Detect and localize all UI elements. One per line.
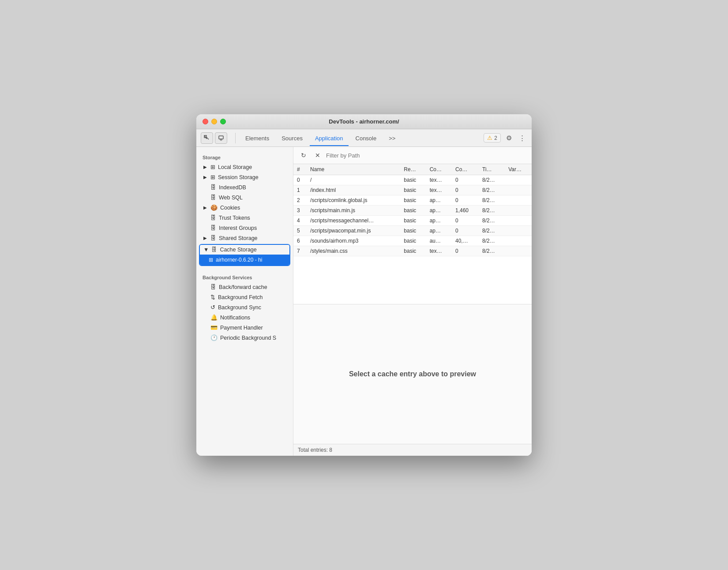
cookie-icon: 🍪: [210, 204, 218, 211]
cell-co1: ap…: [426, 206, 452, 216]
table-body: 0 / basic tex… 0 8/2… 1 /index.html basi…: [293, 175, 532, 256]
cell-var: [505, 175, 532, 185]
table-row[interactable]: 2 /scripts/comlink.global.js basic ap… 0…: [293, 195, 532, 206]
total-entries: Total entries: 8: [298, 447, 332, 453]
col-re: Re…: [400, 164, 426, 175]
table-row[interactable]: 7 /styles/main.css basic tex… 0 8/2…: [293, 246, 532, 256]
warning-badge[interactable]: ⚠ 2: [484, 133, 501, 142]
arrow-icon: ▶: [203, 165, 208, 169]
warning-icon: ⚠: [487, 135, 492, 141]
cell-name: /index.html: [307, 185, 400, 195]
cell-num: 1: [293, 185, 307, 195]
svg-rect-1: [219, 136, 223, 139]
devtools-window: DevTools - airhorner.com/ Elements Sourc: [196, 114, 532, 456]
sidebar-item-trust-tokens[interactable]: ▶ 🗄 Trust Tokens: [196, 213, 293, 223]
sidebar-item-payment-handler[interactable]: ▶ 💳 Payment Handler: [196, 322, 293, 333]
cell-co1: tex…: [426, 175, 452, 185]
card-icon: 💳: [210, 324, 218, 331]
sidebar-item-session-storage[interactable]: ▶ ⊞ Session Storage: [196, 172, 293, 182]
tab-application[interactable]: Application: [310, 131, 349, 146]
cell-ti: 8/2…: [479, 246, 505, 256]
status-bar: Total entries: 8: [293, 444, 532, 456]
refresh-button[interactable]: ↻: [298, 150, 309, 161]
filter-input[interactable]: [326, 152, 527, 159]
grid-icon: ⊞: [209, 257, 213, 263]
cell-name: /sounds/airhorn.mp3: [307, 236, 400, 246]
sidebar-item-interest-groups[interactable]: ▶ 🗄 Interest Groups: [196, 223, 293, 233]
inspect-icon[interactable]: [201, 132, 213, 144]
more-options-icon[interactable]: ⋮: [517, 132, 527, 144]
toolbar-right: ⚠ 2 ⚙ ⋮: [484, 132, 527, 144]
cell-ti: 8/2…: [479, 226, 505, 236]
cell-num: 6: [293, 236, 307, 246]
cache-storage-child[interactable]: ⊞ airhorner-0.6.20 - hi: [200, 255, 289, 265]
sidebar-item-back-forward-cache[interactable]: ▶ 🗄 Back/forward cache: [196, 282, 293, 292]
sidebar: Storage ▶ ⊞ Local Storage ▶ ⊞ Session St…: [196, 147, 293, 456]
sidebar-item-periodic-background[interactable]: ▶ 🕐 Periodic Background S: [196, 333, 293, 343]
table-row[interactable]: 5 /scripts/pwacompat.min.js basic ap… 0 …: [293, 226, 532, 236]
arrow-icon: ▶: [203, 236, 208, 240]
cell-num: 2: [293, 195, 307, 206]
db-icon: 🗄: [210, 235, 216, 241]
cell-var: [505, 236, 532, 246]
cell-re: basic: [400, 195, 426, 206]
close-button[interactable]: [203, 119, 208, 124]
cell-co2: 0: [452, 175, 479, 185]
table-row[interactable]: 1 /index.html basic tex… 0 8/2…: [293, 185, 532, 195]
cell-var: [505, 226, 532, 236]
table-row[interactable]: 6 /sounds/airhorn.mp3 basic au… 40,… 8/2…: [293, 236, 532, 246]
toolbar-icons: [201, 132, 227, 144]
tab-elements[interactable]: Elements: [240, 131, 274, 146]
cell-co1: tex…: [426, 246, 452, 256]
background-services-label: Background Services: [196, 271, 293, 282]
sidebar-item-notifications[interactable]: ▶ 🔔 Notifications: [196, 312, 293, 322]
minimize-button[interactable]: [211, 119, 217, 124]
cell-num: 5: [293, 226, 307, 236]
sidebar-item-web-sql[interactable]: ▶ 🗄 Web SQL: [196, 192, 293, 202]
sidebar-item-indexed-db[interactable]: ▶ 🗄 IndexedDB: [196, 182, 293, 192]
sidebar-item-local-storage[interactable]: ▶ ⊞ Local Storage: [196, 162, 293, 172]
cell-co2: 0: [452, 195, 479, 206]
cell-var: [505, 195, 532, 206]
tab-sources[interactable]: Sources: [276, 131, 308, 146]
cell-co2: 0: [452, 246, 479, 256]
cell-re: basic: [400, 175, 426, 185]
tab-more[interactable]: >>: [383, 131, 401, 146]
maximize-button[interactable]: [220, 119, 226, 124]
col-co2: Co…: [452, 164, 479, 175]
sidebar-item-shared-storage[interactable]: ▶ 🗄 Shared Storage: [196, 233, 293, 243]
cache-storage-group: ▼ 🗄 Cache Storage ⊞ airhorner-0.6.20 - h…: [199, 244, 290, 266]
toolbar: Elements Sources Application Console >> …: [196, 129, 532, 147]
cell-re: basic: [400, 236, 426, 246]
cell-co1: ap…: [426, 195, 452, 206]
tab-console[interactable]: Console: [350, 131, 382, 146]
cell-co1: tex…: [426, 185, 452, 195]
db-icon: 🗄: [210, 194, 216, 201]
cell-co2: 1,460: [452, 206, 479, 216]
cell-re: basic: [400, 226, 426, 236]
cell-name: /scripts/pwacompat.min.js: [307, 226, 400, 236]
titlebar: DevTools - airhorner.com/: [196, 114, 532, 129]
cell-co2: 0: [452, 216, 479, 226]
content: Storage ▶ ⊞ Local Storage ▶ ⊞ Session St…: [196, 147, 532, 456]
col-name: Name: [307, 164, 400, 175]
clock-icon: 🕐: [210, 334, 218, 341]
sidebar-item-cookies[interactable]: ▶ 🍪 Cookies: [196, 202, 293, 213]
sidebar-item-background-fetch[interactable]: ▶ ⇅ Background Fetch: [196, 292, 293, 302]
arrow-icon: ▼: [203, 247, 209, 253]
main-panel: ↻ ✕ # Name Re… Co… Co… Ti… Var: [293, 147, 532, 456]
table-row[interactable]: 3 /scripts/main.min.js basic ap… 1,460 8…: [293, 206, 532, 216]
cell-ti: 8/2…: [479, 216, 505, 226]
settings-icon[interactable]: ⚙: [504, 132, 514, 144]
cell-name: /scripts/messagechannel…: [307, 216, 400, 226]
table-row[interactable]: 0 / basic tex… 0 8/2…: [293, 175, 532, 185]
cell-name: /: [307, 175, 400, 185]
device-icon[interactable]: [215, 132, 227, 144]
clear-button[interactable]: ✕: [312, 150, 323, 161]
cell-re: basic: [400, 206, 426, 216]
cell-name: /scripts/comlink.global.js: [307, 195, 400, 206]
table-row[interactable]: 4 /scripts/messagechannel… basic ap… 0 8…: [293, 216, 532, 226]
cell-var: [505, 185, 532, 195]
cache-storage-header[interactable]: ▼ 🗄 Cache Storage: [200, 245, 289, 255]
sidebar-item-background-sync[interactable]: ▶ ↺ Background Sync: [196, 302, 293, 312]
